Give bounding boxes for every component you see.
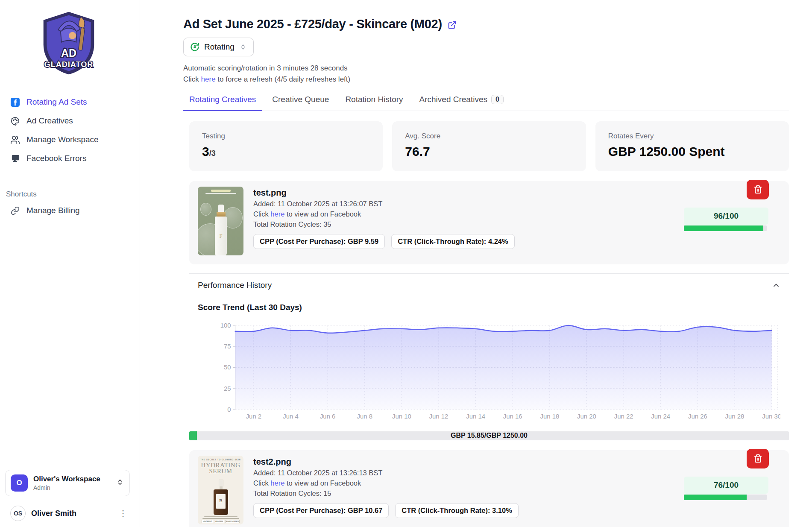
- score-progress-track: [684, 225, 767, 231]
- creative-thumbnail: F: [198, 187, 243, 255]
- stat-card-testing: Testing 3/3: [189, 121, 383, 171]
- sidebar-item-facebook-errors[interactable]: Facebook Errors: [0, 149, 140, 168]
- app-root: AD GLADIATOR Rotating Ad Sets Ad Creativ…: [0, 0, 812, 527]
- creative-card-test-png: F test.png Added: 11 October 2025 at 13:…: [189, 181, 789, 264]
- chevron-up-down-icon: [239, 43, 247, 51]
- auto-rotation-countdown: Automatic scoring/rotation in 3 minutes …: [183, 63, 789, 74]
- view-ad-link[interactable]: here: [270, 479, 284, 487]
- spend-progress-label: GBP 15.85/GBP 1250.00: [189, 431, 789, 440]
- link-icon: [10, 205, 20, 216]
- force-refresh-line: Click here to force a refresh (4/5 daily…: [183, 74, 789, 85]
- sidebar: AD GLADIATOR Rotating Ad Sets Ad Creativ…: [0, 0, 140, 527]
- chevron-up-down-icon: [116, 478, 124, 488]
- svg-text:Jun 6: Jun 6: [320, 413, 336, 420]
- ctr-badge: CTR (Click-Through Rate): 4.24%: [391, 234, 515, 249]
- svg-text:Jun 10: Jun 10: [392, 413, 411, 420]
- logo-text-line1: AD: [61, 47, 76, 59]
- creative-added-date: Added: 11 October 2025 at 13:26:13 BST: [253, 469, 519, 477]
- stat-card-avg-score: Avg. Score 76.7: [392, 121, 586, 171]
- shortcuts-heading: Shortcuts: [6, 190, 140, 199]
- external-link-icon[interactable]: [448, 20, 457, 29]
- creative-card-test2-png: THE SECRET TO GLOWING SKIN HYDRATING SER…: [189, 450, 789, 527]
- tab-rotation-history[interactable]: Rotation History: [339, 95, 409, 111]
- cpp-badge: CPP (Cost Per Purchase): GBP 10.67: [253, 503, 389, 518]
- view-ad-link[interactable]: here: [270, 210, 284, 218]
- delete-creative-button[interactable]: [747, 180, 769, 199]
- user-menu-icon[interactable]: ⋮: [119, 511, 125, 516]
- svg-text:Jun 8: Jun 8: [357, 413, 373, 420]
- product-bottle-graphic: F: [215, 205, 227, 255]
- sidebar-nav: Rotating Ad Sets Ad Creatives Manage Wor…: [0, 93, 140, 168]
- svg-text:Jun 14: Jun 14: [466, 413, 485, 420]
- view-ad-line: Click here to view ad on Facebook: [253, 210, 515, 218]
- chat-icon: [10, 153, 20, 164]
- logo-shield-graphic: AD GLADIATOR: [40, 10, 97, 76]
- rotate-lock-icon: [190, 42, 199, 52]
- sidebar-item-label: Manage Billing: [26, 206, 80, 215]
- creative-thumbnail: THE SECRET TO GLOWING SKIN HYDRATING SER…: [198, 456, 243, 524]
- sidebar-item-ad-creatives[interactable]: Ad Creatives: [0, 111, 140, 130]
- delete-creative-button[interactable]: [747, 449, 769, 468]
- score-progress-fill: [684, 225, 763, 231]
- workspace-name: Oliver's Workspace: [33, 475, 110, 483]
- user-name: Oliver Smith: [31, 509, 113, 518]
- svg-text:0: 0: [227, 406, 231, 413]
- svg-text:Jun 26: Jun 26: [688, 413, 707, 420]
- svg-text:25: 25: [224, 384, 231, 392]
- sidebar-item-label: Facebook Errors: [26, 154, 86, 163]
- ad-gladiator-logo: AD GLADIATOR: [40, 10, 100, 77]
- score-progress-fill: [684, 495, 747, 500]
- sidebar-item-label: Ad Creatives: [26, 116, 73, 126]
- svg-text:Jun 2: Jun 2: [246, 413, 262, 420]
- creative-added-date: Added: 11 October 2025 at 13:26:07 BST: [253, 200, 515, 208]
- score-value: 76/100: [684, 477, 768, 494]
- svg-text:Jun 24: Jun 24: [651, 413, 670, 420]
- workspace-switcher[interactable]: O Oliver's Workspace Admin: [5, 470, 130, 496]
- svg-text:Jun 22: Jun 22: [614, 413, 633, 420]
- svg-text:75: 75: [224, 343, 231, 350]
- user-avatar: OS: [10, 506, 26, 521]
- current-user: OS Oliver Smith ⋮: [5, 506, 130, 521]
- stats-row: Testing 3/3 Avg. Score 76.7 Rotates Ever…: [189, 121, 789, 171]
- view-ad-line: Click here to view ad on Facebook: [253, 479, 519, 487]
- sidebar-item-label: Rotating Ad Sets: [26, 97, 87, 107]
- archived-count-badge: 0: [491, 95, 504, 104]
- svg-text:Jun 16: Jun 16: [503, 413, 522, 420]
- force-refresh-link[interactable]: here: [201, 75, 216, 83]
- creative-score: 96/100: [684, 208, 768, 231]
- score-progress-track: [684, 495, 767, 500]
- creative-score: 76/100: [684, 477, 768, 500]
- spend-progress-bar: GBP 15.85/GBP 1250.00: [189, 431, 789, 440]
- rotation-cycles: Total Rotation Cycles: 15: [253, 489, 519, 498]
- svg-text:Jun 20: Jun 20: [577, 413, 596, 420]
- rotation-cycles: Total Rotation Cycles: 35: [253, 220, 515, 228]
- collapse-chevron-icon[interactable]: [772, 281, 780, 290]
- svg-text:Jun 28: Jun 28: [725, 413, 745, 420]
- sidebar-item-manage-workspace[interactable]: Manage Workspace: [0, 130, 140, 149]
- logo-text-line2: GLADIATOR: [44, 60, 93, 69]
- tab-creative-queue[interactable]: Creative Queue: [266, 95, 335, 111]
- sidebar-item-rotating-ad-sets[interactable]: Rotating Ad Sets: [0, 93, 140, 111]
- sidebar-item-manage-billing[interactable]: Manage Billing: [0, 201, 140, 220]
- svg-text:Jun 4: Jun 4: [283, 413, 299, 420]
- creative-filename: test2.png: [253, 457, 519, 467]
- main-content: Ad Set June 2025 - £725/day - Skincare (…: [183, 0, 789, 527]
- performance-history-section: Performance History Score Trend (Last 30…: [189, 273, 789, 420]
- page-title: Ad Set June 2025 - £725/day - Skincare (…: [183, 17, 442, 31]
- rotation-status-select[interactable]: Rotating: [183, 38, 254, 56]
- tab-archived-creatives[interactable]: Archived Creatives0: [413, 95, 510, 111]
- palette-icon: [10, 116, 20, 126]
- users-icon: [10, 135, 20, 145]
- ctr-badge: CTR (Click-Through Rate): 3.10%: [395, 503, 519, 518]
- serum-bottle-graphic: B: [214, 480, 228, 515]
- facebook-icon: [10, 97, 20, 107]
- tab-rotating-creatives[interactable]: Rotating Creatives: [183, 95, 262, 111]
- svg-text:Jun 30: Jun 30: [762, 413, 780, 420]
- score-trend-chart: 0255075100Jun 2Jun 4Jun 6Jun 8Jun 10Jun …: [198, 318, 780, 420]
- trash-icon: [753, 185, 762, 194]
- performance-history-title: Performance History: [198, 281, 272, 290]
- svg-text:100: 100: [220, 322, 231, 329]
- workspace-role: Admin: [33, 484, 110, 491]
- stat-card-rotates-every: Rotates Every GBP 1250.00 Spent: [595, 121, 789, 171]
- svg-text:Jun 18: Jun 18: [540, 413, 559, 420]
